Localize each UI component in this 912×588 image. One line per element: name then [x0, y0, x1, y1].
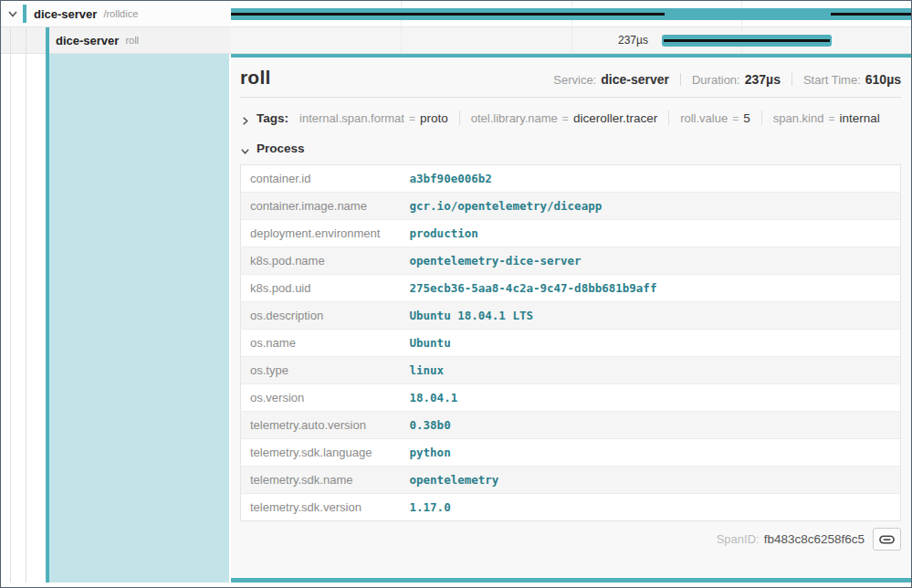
tag-value: proto	[420, 111, 448, 125]
tag-value: internal	[839, 111, 879, 125]
process-value: 1.17.0	[401, 494, 901, 521]
span-detail-panel: roll Service: dice-server Duration: 237µ…	[231, 54, 911, 583]
indent-guide	[26, 54, 26, 583]
tag-item: internal.span.format = proto	[299, 111, 448, 125]
service-name: dice-server	[34, 7, 97, 21]
span-row-roll-selected[interactable]: dice-server roll 237µs	[1, 27, 911, 54]
span-color-fill	[49, 54, 229, 583]
process-key: k8s.pod.name	[241, 247, 401, 275]
meta-service: Service: dice-server	[553, 72, 669, 87]
table-row: os.type linux	[241, 357, 901, 384]
meta-value: 610µs	[865, 72, 901, 87]
tag-item: span.kind = internal	[773, 111, 880, 125]
span-rows: dice-server /rolldice dice-server roll	[1, 1, 911, 54]
table-row: k8s.pod.uid 275ecb36-5aa8-4c2a-9c47-d8bb…	[241, 275, 901, 302]
process-key: os.type	[241, 357, 401, 384]
equals-sign: =	[732, 112, 739, 125]
table-row: telemetry.sdk.language python	[241, 439, 901, 467]
chevron-down-icon[interactable]	[240, 143, 250, 153]
span-timeline-cell-roll[interactable]: 237µs	[231, 27, 911, 53]
process-label: Process	[257, 142, 305, 155]
table-row: container.image.name gcr.io/opentelemetr…	[241, 193, 901, 220]
process-value: a3bf90e006b2	[401, 165, 901, 193]
tag-value: 5	[743, 111, 750, 125]
meta-label: Duration:	[692, 73, 740, 87]
process-key: telemetry.auto.version	[241, 412, 401, 439]
table-row: deployment.environment production	[241, 220, 901, 247]
process-value: Ubuntu	[401, 330, 901, 357]
table-row: telemetry.auto.version 0.38b0	[241, 412, 901, 439]
process-value: 0.38b0	[401, 412, 901, 439]
span-meta: Service: dice-server Duration: 237µs Sta…	[553, 72, 901, 87]
process-key: k8s.pod.uid	[241, 275, 401, 302]
indent-guide	[10, 27, 11, 53]
tags-label: Tags:	[257, 111, 288, 125]
span-detail-row: roll Service: dice-server Duration: 237µ…	[1, 54, 911, 583]
header-divider	[240, 97, 901, 98]
meta-label: Service:	[553, 73, 596, 87]
process-key: telemetry.sdk.name	[241, 467, 401, 494]
tag-key: internal.span.format	[299, 111, 404, 125]
span-bar-rolldice[interactable]	[231, 8, 911, 20]
process-key: container.id	[241, 165, 401, 193]
table-row: telemetry.sdk.version 1.17.0	[241, 494, 901, 521]
tag-item: roll.value = 5	[680, 111, 750, 125]
span-name-cell-roll[interactable]: dice-server roll	[1, 27, 231, 53]
process-key: telemetry.sdk.language	[241, 439, 401, 467]
divider	[791, 73, 792, 86]
service-name: dice-server	[56, 34, 119, 47]
tag-value: diceroller.tracer	[573, 111, 657, 125]
timeline-tick	[571, 27, 572, 53]
span-color-bar	[23, 5, 26, 23]
process-key: os.description	[241, 302, 401, 330]
copy-span-link-button[interactable]	[873, 528, 901, 551]
meta-label: Start Time:	[803, 73, 861, 87]
process-key-value-table: container.id a3bf90e006b2 container.imag…	[240, 164, 901, 521]
process-key: os.version	[241, 384, 401, 412]
equals-sign: =	[562, 112, 569, 125]
detail-footer: SpanID: fb483c8c6258f6c5	[240, 528, 901, 551]
span-title: roll	[240, 67, 270, 89]
indent-guide	[10, 54, 11, 583]
process-key: os.name	[241, 330, 401, 357]
span-duration-label: 237µs	[618, 34, 655, 47]
divider	[680, 73, 681, 86]
process-value: python	[401, 439, 901, 467]
critical-path-segment	[664, 39, 830, 42]
process-value: opentelemetry-dice-server	[401, 247, 901, 275]
process-value: 18.04.1	[401, 384, 901, 412]
detail-left-gutter	[1, 54, 231, 583]
divider	[459, 110, 460, 125]
table-row: telemetry.sdk.name opentelemetry	[241, 467, 901, 494]
meta-duration: Duration: 237µs	[692, 72, 781, 87]
timeline-tick	[401, 27, 402, 53]
process-key: container.image.name	[241, 193, 401, 220]
process-value: production	[401, 220, 901, 247]
table-row: k8s.pod.name opentelemetry-dice-server	[241, 247, 901, 275]
indent-guide	[26, 27, 26, 53]
process-value: Ubuntu 18.04.1 LTS	[401, 302, 901, 330]
tag-key: roll.value	[680, 111, 728, 125]
meta-start-time: Start Time: 610µs	[803, 72, 901, 87]
span-bar-roll[interactable]	[662, 35, 832, 47]
tag-key: otel.library.name	[471, 111, 558, 125]
process-section-header[interactable]: Process	[240, 138, 901, 158]
equals-sign: =	[409, 112, 415, 125]
process-value: opentelemetry	[401, 467, 901, 494]
table-row: os.name Ubuntu	[241, 330, 901, 357]
critical-path-segment	[831, 13, 911, 16]
process-key: telemetry.sdk.version	[241, 494, 401, 521]
table-row: os.version 18.04.1	[241, 384, 901, 412]
meta-value: 237µs	[745, 72, 781, 87]
tags-section-header[interactable]: Tags: internal.span.format = proto otel.…	[240, 106, 901, 130]
span-color-bar	[46, 27, 49, 54]
span-row-rolldice[interactable]: dice-server /rolldice	[1, 1, 911, 27]
chevron-right-icon[interactable]	[240, 113, 250, 123]
operation-name: roll	[125, 35, 139, 46]
span-name-cell-rolldice[interactable]: dice-server /rolldice	[1, 1, 231, 26]
span-timeline-cell-rolldice[interactable]	[231, 1, 911, 26]
chevron-down-icon[interactable]	[6, 7, 19, 20]
link-icon	[879, 534, 895, 545]
equals-sign: =	[828, 112, 834, 125]
process-value: gcr.io/opentelemetry/diceapp	[401, 193, 901, 220]
